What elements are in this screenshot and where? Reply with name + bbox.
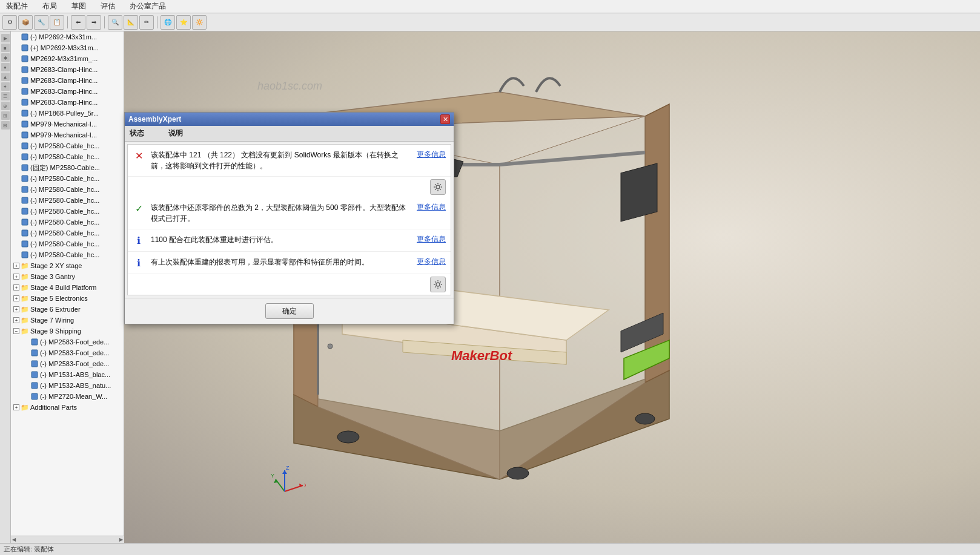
tree-item[interactable]: (-) MP2580-Cable_hc... [11,140,124,151]
tree-item-label: (-) MP2580-Cable_hc... [30,229,99,237]
menu-layout[interactable]: 布局 [40,0,59,13]
more-link-3[interactable]: 更多信息 [417,234,446,245]
tree-item[interactable]: MP2683-Clamp-Hinc... [11,64,124,75]
tree-item[interactable]: (-) MP2580-Cable_hc... [11,217,124,228]
tree-item[interactable]: +📁Stage 4 Build Platform [11,282,124,293]
gear-button-2[interactable] [430,277,446,292]
dialog-close-button[interactable]: ✕ [440,114,450,124]
part-icon [21,207,29,215]
tree-expand-toggle[interactable]: + [13,284,19,291]
part-icon [21,196,29,205]
svg-rect-13 [22,176,28,182]
side-icon-4[interactable]: ● [1,63,10,71]
tree-item[interactable]: (-) MP2583-Foot_ede... [11,347,124,358]
part-icon [21,44,29,52]
tree-item[interactable]: +📁Stage 6 Extruder [11,304,124,315]
tree-item[interactable]: (-) MP2580-Cable_hc... [11,184,124,195]
gear-button-1[interactable] [430,179,446,195]
tree-item[interactable]: +📁Stage 3 Gantry [11,271,124,282]
tree-item[interactable]: (-) MP1531-ABS_blac... [11,369,124,380]
part-icon [21,218,29,226]
tree-item[interactable]: (-) MP2580-Cable_hc... [11,151,124,162]
dialog-body[interactable]: ✕ 该装配体中 121 （共 122） 文档没有更新到 SolidWorks 最… [127,144,451,295]
tree-item[interactable]: (-) MP2720-Mean_W... [11,391,124,402]
ok-button[interactable]: 确定 [265,303,314,319]
svg-rect-26 [31,393,38,399]
svg-rect-3 [22,67,28,73]
toolbar-btn-3[interactable]: 🔧 [34,15,48,30]
tree-expand-toggle[interactable]: + [13,263,19,269]
tree-item[interactable]: (-) MP2583-Foot_ede... [11,337,124,347]
toolbar-btn-2[interactable]: 📦 [18,15,33,30]
scroll-right[interactable]: ▶ [119,537,123,542]
tree-item[interactable]: −📁Stage 9 Shipping [11,326,124,337]
tree-item[interactable]: (-) MP2580-Cable_hc... [11,228,124,238]
tree-panel[interactable]: (-) MP2692-M3x31m...(+) MP2692-M3x31m...… [11,31,124,543]
tree-item[interactable]: MP979-Mechanical-I... [11,119,124,130]
tree-expand-toggle[interactable]: + [13,274,19,280]
side-icon-6[interactable]: ✦ [1,82,10,91]
tree-item[interactable]: (-) MP1532-ABS_natu... [11,380,124,391]
menu-assemble[interactable]: 装配件 [4,0,30,13]
tree-item[interactable]: +📁Stage 7 Wiring [11,315,124,326]
toolbar-btn-12[interactable]: 🔆 [192,15,207,30]
tree-item[interactable]: (-) MP2692-M3x31m... [11,31,124,42]
tree-expand-toggle[interactable]: + [13,404,19,410]
toolbar-btn-1[interactable]: ⚙ [2,15,17,30]
toolbar-btn-8[interactable]: 📐 [124,15,138,30]
tree-item[interactable]: MP2692-M3x31mm_... [11,53,124,64]
assembly-xpert-dialog[interactable]: AssemblyXpert ✕ 状态 说明 ✕ 该装配体中 121 （共 122… [124,112,454,324]
tree-item[interactable]: (+) MP2692-M3x31m... [11,42,124,53]
tree-expand-toggle[interactable]: + [13,306,19,312]
tree-scroll-bar[interactable]: ◀ ▶ [11,536,124,543]
side-icon-8[interactable]: ⊕ [1,102,10,110]
svg-rect-10 [22,143,28,149]
toolbar-btn-9[interactable]: ✏ [139,15,154,30]
tree-item[interactable]: (-) MP2583-Foot_ede... [11,358,124,369]
menu-evaluate[interactable]: 评估 [98,0,118,13]
toolbar-btn-6[interactable]: ➡ [87,15,101,30]
side-icon-2[interactable]: ■ [1,44,10,52]
toolbar-btn-7[interactable]: 🔍 [108,15,122,30]
tree-item[interactable]: MP2683-Clamp-Hinc... [11,75,124,86]
toolbar-btn-5[interactable]: ⬅ [71,15,85,30]
tree-item[interactable]: (-) MP2580-Cable_hc... [11,249,124,260]
tree-item[interactable]: (-) MP2580-Cable_hc... [11,206,124,217]
tree-item-label: (-) MP2583-Foot_ede... [40,360,109,367]
side-icon-7[interactable]: ☰ [1,92,10,100]
side-icon-5[interactable]: ▲ [1,73,10,81]
tree-item[interactable]: MP979-Mechanical-I... [11,130,124,140]
part-icon [21,142,29,150]
toolbar-btn-11[interactable]: ⭐ [176,15,191,30]
side-icon-9[interactable]: ⊞ [1,111,10,120]
side-icon-3[interactable]: ◆ [1,53,10,62]
more-link-4[interactable]: 更多信息 [417,257,446,267]
more-link-2[interactable]: 更多信息 [417,202,446,212]
menu-sketch[interactable]: 草图 [69,0,88,13]
tree-item[interactable]: +📁Stage 2 XY stage [11,260,124,271]
tree-item[interactable]: (-) MP2580-Cable_hc... [11,173,124,184]
tree-item[interactable]: (-) MP2580-Cable_hc... [11,195,124,206]
tree-item[interactable]: MP2683-Clamp-Hinc... [11,97,124,108]
tree-item[interactable]: (-) MP1868-Pulley_5r... [11,108,124,119]
tree-item[interactable]: +📁Additional Parts [11,402,124,413]
tree-item[interactable]: +📁Stage 5 Electronics [11,293,124,304]
toolbar-btn-4[interactable]: 📋 [50,15,64,30]
tree-item[interactable]: (-) MP2580-Cable_hc... [11,238,124,249]
tree-item[interactable]: MP2683-Clamp-Hinc... [11,86,124,97]
toolbar-btn-10[interactable]: 🌐 [161,15,175,30]
tree-expand-toggle[interactable]: + [13,295,19,301]
part-icon [21,153,29,161]
tree-item[interactable]: (固定) MP2580-Cable... [11,162,124,173]
side-icon-1[interactable]: ▶ [1,34,10,42]
svg-rect-7 [22,110,28,116]
more-link-1[interactable]: 更多信息 [417,149,446,160]
tree-expand-toggle[interactable]: + [13,317,19,323]
svg-rect-15 [22,197,28,203]
side-icon-10[interactable]: ⊟ [1,121,10,130]
axis-indicator: X Y Z [263,464,306,507]
menu-office[interactable]: 办公室产品 [127,0,168,13]
scroll-left[interactable]: ◀ [12,537,16,542]
folder-icon: 📁 [21,316,29,324]
tree-expand-toggle[interactable]: − [13,328,19,334]
